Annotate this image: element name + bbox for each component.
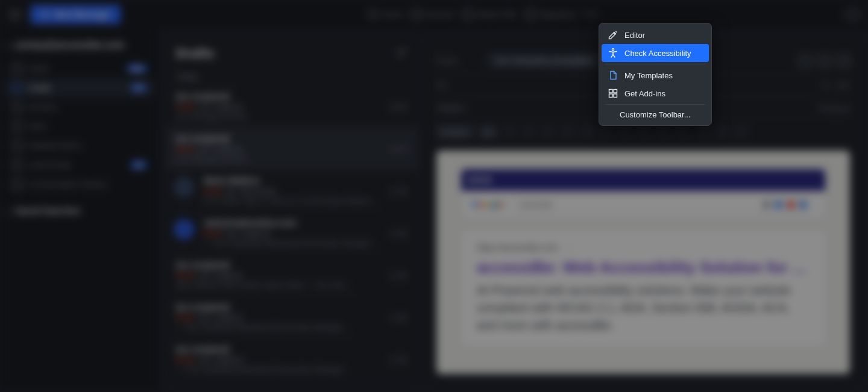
message-preview: — Yoni Yampolsky Marketing Partnerships … [204,239,407,247]
sidebar-item-label: Archive [29,102,57,112]
sidebar-item-deleted[interactable]: Deleted Items [5,136,154,155]
message-row[interactable]: nate@makenotion.com Draft(no subject)11:… [165,211,418,254]
message-list-pane: Drafts Today (no recipient) Draft(no sub… [165,37,418,384]
expand-icon[interactable] [819,55,831,67]
encrypt-icon[interactable] [799,55,811,67]
editor-icon [608,30,618,40]
signature-button[interactable]: Signature [525,9,576,20]
menu-item-label: Get Add-ins [624,89,665,98]
message-from: nate@makenotion.com [204,218,297,228]
junk-badge: 12 [130,161,147,169]
sidebar-item-history[interactable]: Conversation History [5,175,154,194]
message-from: (no recipient) [176,344,230,354]
search-input: accessibe [511,197,816,213]
menu-separator [605,104,705,105]
inbox-icon [12,63,23,74]
sidebar-item-junk[interactable]: Junk Email 12 [5,155,154,175]
highlight-icon[interactable] [580,125,594,138]
new-message-label: New Message [54,10,110,19]
color-icon[interactable] [600,125,613,138]
message-row[interactable]: (no recipient) Draft(no subject)16:04 (n… [165,85,418,127]
message-row[interactable]: (no recipient) Draft(no subject)11:56 — … [165,296,418,338]
indent-icon[interactable] [658,125,671,138]
message-from: Marla Watkins [204,176,260,185]
message-subject: (no subject) [198,355,242,364]
attach-file-button[interactable]: Attach File [462,9,517,20]
message-subject: Re: Reminder [225,187,277,196]
saved-searches-header[interactable]: Saved Searches [5,194,154,216]
bcc-button[interactable]: Bcc [838,81,850,90]
sidebar-item-archive[interactable]: Archive [5,98,154,117]
cc-button[interactable]: Cc [822,81,831,90]
sidebar-item-sent[interactable]: Sent [5,117,154,136]
priority-label: Priority [819,104,843,113]
toolbar-overflow-button[interactable]: ••• [584,8,599,21]
numlist-icon[interactable] [638,125,652,138]
link-icon[interactable] [696,125,709,138]
discard-button[interactable]: Discard [410,9,453,20]
message-time: 11:58 [389,272,407,280]
draft-tag: Draft [176,355,194,364]
templates-icon [608,70,618,81]
from-value[interactable]: Yoni Yampolsky (yoniya@ac… [486,53,609,68]
top-toolbar: New Message Send Discard Attach File Sig… [0,0,868,29]
fontsize-selector[interactable]: 11 [479,126,497,138]
message-time: 11:56 [389,356,407,364]
menu-item-customize-toolbar[interactable]: Customize Toolbar... [602,107,709,123]
menu-item-my-templates[interactable]: My Templates [602,66,709,84]
message-subject: (no subject) [225,229,270,238]
filter-icon[interactable] [398,49,407,58]
more-format-icon[interactable] [735,125,748,138]
svg-rect-1 [609,90,613,93]
signature-label: Signature [539,10,576,19]
send-button[interactable]: Send [368,9,402,20]
message-time: 16:03 [389,145,407,154]
message-time: 11:56 [389,314,407,322]
image-icon[interactable] [715,125,729,138]
search-term: accessibe [520,201,552,209]
list-icon[interactable] [619,125,632,138]
blurred-app-background: New Message Send Discard Attach File Sig… [0,0,868,392]
avatar [174,177,194,198]
trash-icon [410,9,421,20]
message-row[interactable]: (no recipient) Draft(no subject)16:03 (n… [165,127,418,169]
message-subject: (no subject) [198,102,242,111]
junk-icon [12,160,23,170]
chevron-down-icon [6,207,13,214]
menu-item-editor[interactable]: Editor [602,26,709,44]
discard-label: Discard [425,10,453,19]
mic-icon [775,201,782,208]
message-row[interactable]: (no recipient) Draft(no subject)11:58 Ne… [165,254,418,296]
menu-item-label: Editor [624,31,645,40]
sidebar-item-inbox[interactable]: Inbox 234 [5,59,154,78]
strike-icon[interactable] [561,125,574,138]
message-body[interactable]: Google accessibe [436,151,850,374]
addins-icon [608,88,618,99]
chevron-down-icon [6,42,13,48]
new-message-button[interactable]: New Message [30,5,121,24]
subject-label: Subject: [436,103,479,113]
menu-item-check-accessibility[interactable]: Check Accessibility [602,44,709,62]
font-selector[interactable]: Calibri [436,126,473,138]
message-preview: — Yoni Yampolsky Marketing Partnerships … [176,366,407,374]
hamburger-icon[interactable] [8,10,22,19]
menu-item-get-addins[interactable]: Get Add-ins [602,84,709,102]
popout-icon[interactable] [838,55,850,67]
italic-icon[interactable] [523,125,536,138]
outdent-icon[interactable] [677,125,690,138]
sidebar-item-label: Inbox [29,64,49,73]
message-row[interactable]: Marla Watkins DraftRe: Reminder11:59 Hi … [165,169,418,211]
account-header[interactable]: yoniya@accessibe.com [5,40,154,59]
bold-icon[interactable] [503,125,517,138]
message-preview: (no message preview) [176,113,407,121]
attach-label: Attach File [477,10,517,19]
sidebar-item-label: Sent [29,122,46,131]
message-from: (no recipient) [176,302,230,312]
message-time: 11:58 [389,229,407,238]
sidebar-item-drafts[interactable]: Drafts 47 [5,78,154,98]
underline-icon[interactable] [542,125,555,138]
toolbar-overflow-menu: Editor Check Accessibility My Templates … [599,23,712,126]
priority-dropdown[interactable]: Priority [819,104,850,113]
pane-toggle-icon[interactable] [846,9,860,20]
message-row[interactable]: (no recipient) Draft(no subject)11:56 — … [165,338,418,380]
